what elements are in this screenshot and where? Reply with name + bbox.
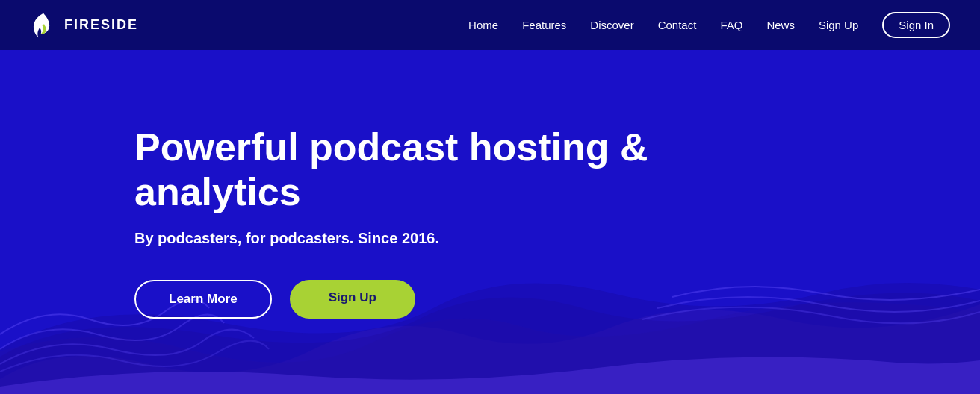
nav-item-discover[interactable]: Discover — [590, 19, 633, 32]
signup-button[interactable]: Sign Up — [290, 280, 415, 319]
navbar: FIRESIDE Home Features Discover Contact … — [0, 0, 980, 50]
hero-title: Powerful podcast hosting & analytics — [134, 125, 672, 215]
learn-more-button[interactable]: Learn More — [134, 280, 272, 319]
nav-item-home[interactable]: Home — [468, 19, 498, 32]
hero-section: Powerful podcast hosting & analytics By … — [0, 50, 980, 394]
flame-icon — [30, 12, 57, 39]
nav-links: Home Features Discover Contact FAQ News … — [468, 19, 950, 32]
nav-item-news[interactable]: News — [766, 19, 795, 32]
nav-item-features[interactable]: Features — [522, 19, 566, 32]
logo[interactable]: FIRESIDE — [30, 12, 138, 39]
hero-cta-buttons: Learn More Sign Up — [134, 280, 980, 319]
nav-item-signup[interactable]: Sign Up — [819, 19, 858, 32]
nav-item-faq[interactable]: FAQ — [720, 19, 742, 32]
nav-signin-button[interactable]: Sign In — [882, 19, 950, 32]
hero-subtitle: By podcasters, for podcasters. Since 201… — [134, 230, 980, 247]
nav-item-contact[interactable]: Contact — [658, 19, 697, 32]
logo-text: FIRESIDE — [64, 17, 138, 33]
